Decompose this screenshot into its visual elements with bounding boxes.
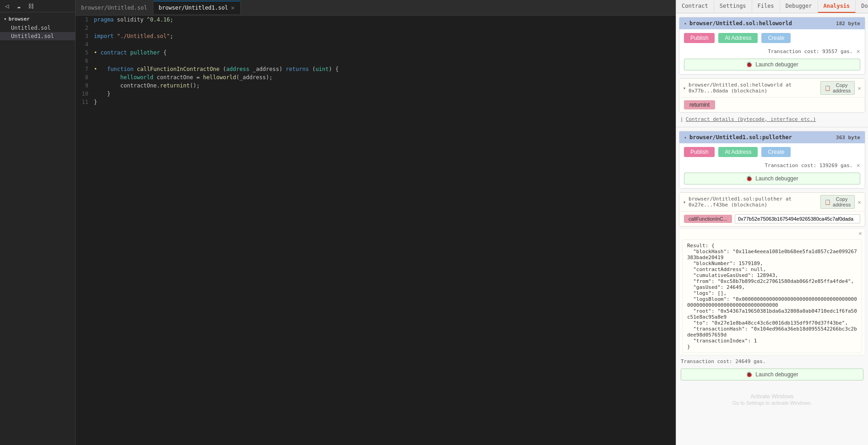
code-line-11: 11 }: [76, 98, 676, 106]
code-line-2: 2: [76, 24, 676, 32]
contract-actions-2: Publish At Address Create: [679, 143, 865, 161]
publish-button-1[interactable]: Publish: [684, 33, 715, 43]
code-line-5: 5 • contract pullother {: [76, 49, 676, 57]
tx-cost-2: Transaction cost: 139269 gas. ×: [679, 161, 865, 170]
launch-debugger-row-1: 🐞 Launch debugger: [679, 56, 865, 74]
contract-block-2: ▾ browser/Untitled1.sol:pullother 363 by…: [679, 131, 865, 189]
contract-header-1: ▾ browser/Untitled.sol:helloworld 182 by…: [679, 17, 865, 29]
code-line-10: 10 }: [76, 90, 676, 98]
code-line-9: 9 contractOne.returnint();: [76, 81, 676, 90]
code-line-3: 3 import "./Untitled.sol";: [76, 32, 676, 40]
tab-label: browser/Untitled1.sol: [159, 5, 228, 11]
back-icon[interactable]: ◁: [3, 2, 11, 10]
create-button-2[interactable]: Create: [761, 147, 791, 157]
contract-header-2: ▾ browser/Untitled1.sol:pullother 363 by…: [679, 131, 865, 143]
contract-size-1: 182 byte: [836, 21, 860, 27]
deployed-close-2[interactable]: ×: [857, 199, 861, 206]
deployed-close-1[interactable]: ×: [857, 85, 861, 92]
right-tabs-bar: Contract Settings Files Debugger Analysi…: [676, 0, 868, 13]
contract-details-text-1[interactable]: Contract details (bytecode, interface et…: [686, 116, 816, 122]
tab-close-icon[interactable]: ×: [231, 4, 234, 11]
file-tree: ▾ browser Untitled.sol Untitled1.sol: [0, 12, 75, 445]
result-close-row: ×: [679, 229, 865, 238]
result-tx-cost: Transaction cost: 24649 gas.: [676, 357, 868, 366]
contract-size-2: 363 byte: [836, 135, 860, 141]
chevron-down-icon: ▾: [4, 16, 7, 22]
deployed-header-1: ▾ browser/Untitled.sol:helloworld at 0x7…: [679, 79, 865, 98]
launch-debugger-button-result[interactable]: 🐞 Launch debugger: [681, 369, 863, 380]
info-icon-1: ℹ: [681, 116, 683, 122]
sidebar: ◁ ☁ ⛓ ▾ browser Untitled.sol Untitled1.s…: [0, 0, 76, 445]
bug-icon: 🐞: [746, 61, 753, 68]
code-line-6: 6: [76, 57, 676, 65]
call-function-button[interactable]: callFunctionInC...: [684, 215, 732, 223]
returnint-button[interactable]: returnint: [684, 100, 715, 109]
tab-analysis[interactable]: Analysis: [818, 0, 856, 13]
editor-content: 1 pragma solidity ^0.4.16; 2 3 import ".…: [76, 16, 676, 445]
tree-root[interactable]: ▾ browser: [0, 14, 75, 24]
code-line-7: 7 • function callFunctionInContractOne (…: [76, 65, 676, 73]
deployed-header-2: ▾ browser/Untitled1.sol:pullother at 0x2…: [679, 193, 865, 212]
tab-debugger[interactable]: Debugger: [780, 0, 818, 13]
deployed-arrow-2[interactable]: ▾: [683, 200, 686, 205]
tab-docs[interactable]: Docs: [856, 0, 868, 13]
separator-1: [676, 127, 868, 127]
publish-button-2[interactable]: Publish: [684, 147, 715, 157]
function-btn-row-1: returnint: [679, 98, 865, 112]
at-address-button-1[interactable]: At Address: [718, 33, 758, 43]
contract-arrow-1[interactable]: ▾: [684, 21, 687, 26]
contract-actions-1: Publish At Address Create: [679, 29, 865, 47]
call-function-input[interactable]: [735, 214, 860, 223]
launch-debugger-row-result: 🐞 Launch debugger: [676, 366, 868, 384]
contract-details-link-1: ℹ Contract details (bytecode, interface …: [676, 114, 868, 126]
editor-area: browser/Untitled.sol browser/Untitled1.s…: [76, 0, 676, 445]
code-line-8: 8 helloworld contractOne = helloworld(_a…: [76, 73, 676, 81]
contract-title-1: browser/Untitled.sol:helloworld: [689, 20, 792, 27]
contract-block-1: ▾ browser/Untitled.sol:helloworld 182 by…: [679, 17, 865, 75]
result-block: Result: { "blockHash": "0x11ae4eeea1081e…: [682, 239, 862, 353]
launch-debugger-button-2[interactable]: 🐞 Launch debugger: [684, 173, 860, 185]
tx-close-1[interactable]: ×: [857, 48, 860, 55]
right-panel: Contract Settings Files Debugger Analysi…: [676, 0, 868, 445]
deployed-address-2: browser/Untitled1.sol:pullother at 0x27e…: [689, 196, 820, 208]
deployed-address-1: browser/Untitled.sol:helloworld at 0x77b…: [689, 82, 820, 94]
tx-cost-1: Transaction cost: 93557 gas. ×: [679, 47, 865, 56]
tree-item-untitled1[interactable]: Untitled1.sol: [0, 32, 75, 40]
code-line-1: 1 pragma solidity ^0.4.16;: [76, 16, 676, 24]
tree-root-label: browser: [9, 16, 30, 22]
tx-close-2[interactable]: ×: [857, 162, 860, 169]
tabs-bar: browser/Untitled.sol browser/Untitled1.s…: [76, 0, 676, 16]
contract-title-2: browser/Untitled1.sol:pullother: [689, 134, 792, 141]
watermark: Activate WindowsGo to Settings to activa…: [676, 384, 868, 415]
copy-address-button-1[interactable]: 📋 Copy address: [820, 81, 855, 95]
create-button-1[interactable]: Create: [761, 33, 791, 43]
code-line-4: 4: [76, 40, 676, 49]
result-close-icon[interactable]: ×: [858, 230, 862, 237]
launch-debugger-row-2: 🐞 Launch debugger: [679, 170, 865, 188]
launch-debugger-button-1[interactable]: 🐞 Launch debugger: [684, 59, 860, 71]
result-container: × Result: { "blockHash": "0x11ae4eeea108…: [679, 228, 865, 355]
cloud-icon[interactable]: ☁: [15, 2, 23, 10]
tree-item-untitled[interactable]: Untitled.sol: [0, 24, 75, 32]
tab-files[interactable]: Files: [752, 0, 780, 13]
tab-label: browser/Untitled.sol: [81, 5, 147, 11]
sidebar-icon-bar: ◁ ☁ ⛓: [0, 0, 75, 12]
copy-address-button-2[interactable]: 📋 Copy address: [820, 195, 855, 209]
right-panel-content: ▾ browser/Untitled.sol:helloworld 182 by…: [676, 13, 868, 445]
copy-icon-1: 📋: [825, 85, 831, 91]
deployed-block-2: ▾ browser/Untitled1.sol:pullother at 0x2…: [679, 192, 865, 227]
tab-contract[interactable]: Contract: [676, 0, 714, 13]
link-icon[interactable]: ⛓: [27, 2, 35, 10]
tab-untitled1[interactable]: browser/Untitled1.sol ×: [153, 1, 241, 14]
copy-icon-2: 📋: [825, 199, 831, 205]
tab-untitled[interactable]: browser/Untitled.sol: [76, 2, 153, 14]
tab-settings[interactable]: Settings: [714, 0, 752, 13]
at-address-button-2[interactable]: At Address: [718, 147, 758, 157]
deployed-block-1: ▾ browser/Untitled.sol:helloworld at 0x7…: [679, 78, 865, 113]
call-function-row: callFunctionInC...: [679, 212, 865, 226]
deployed-arrow-1[interactable]: ▾: [683, 86, 686, 91]
bug-icon-2: 🐞: [746, 175, 753, 182]
contract-arrow-2[interactable]: ▾: [684, 135, 687, 140]
bug-icon-3: 🐞: [746, 371, 753, 378]
